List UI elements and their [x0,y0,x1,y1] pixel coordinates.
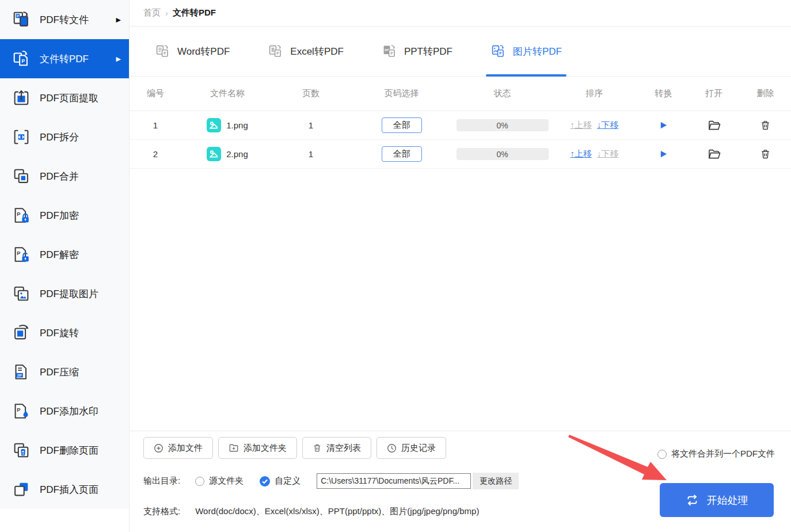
page-select-button[interactable]: 全部 [382,146,422,162]
row-pages: 1 [273,120,348,130]
table-row: 1 1.png 1 全部 0% ↑上移 ↓下移 [130,111,791,140]
submenu-caret-icon: ▶ [116,55,121,63]
progress-bar: 0% [457,148,549,160]
conversion-tabs: P Word转PDF P Excel转PDF [130,26,791,77]
clear-list-button[interactable]: 清空列表 [302,437,371,459]
history-button[interactable]: 历史记录 [377,437,446,459]
output-path-input[interactable] [317,473,471,489]
add-folder-label: 添加文件夹 [244,443,287,454]
pdf-compress-icon: ZIP [12,362,31,382]
pdf-delete-page-icon [12,440,31,460]
sidebar-item-delete-page[interactable]: PDF删除页面 [0,431,129,470]
sidebar: P PDF转文件 ▶ P 文件转PDF ▶ [0,0,130,532]
sidebar-item-label: PDF压缩 [40,366,79,379]
app-window: P PDF转文件 ▶ P 文件转PDF ▶ [0,0,791,532]
folder-plus-icon [229,443,239,453]
table-header: 编号 文件名称 页数 页码选择 状态 排序 转换 打开 删除 [130,77,791,111]
add-file-button[interactable]: 添加文件 [143,437,213,459]
folder-icon [708,119,721,131]
pdf-extract-image-icon [12,284,31,303]
start-processing-label: 开始处理 [707,493,748,507]
move-down-link: ↓下移 [597,149,619,159]
svg-text:P: P [276,51,279,55]
add-file-label: 添加文件 [168,443,203,454]
sidebar-item-label: PDF添加水印 [40,405,98,418]
sidebar-item-watermark[interactable]: P PDF添加水印 [0,392,129,431]
source-folder-radio[interactable] [195,477,204,486]
formats-value: Word(doc/docx)、Excel(xls/xlsx)、PPT(ppt/p… [195,506,479,517]
supported-formats-row: 支持格式: Word(doc/docx)、Excel(xls/xlsx)、PPT… [143,506,479,517]
sidebar-item-label: PDF插入页面 [40,483,98,496]
sidebar-item-label: PDF页面提取 [40,92,98,105]
svg-text:P: P [499,51,501,55]
sidebar-item-decrypt[interactable]: P PDF解密 [0,235,129,274]
sidebar-item-encrypt[interactable]: P PDF加密 [0,196,129,235]
convert-button[interactable] [639,121,688,130]
trash-icon [760,149,771,159]
start-processing-button[interactable]: 开始处理 [660,483,774,517]
output-dir-label: 输出目录: [143,476,180,487]
bottom-panel: 添加文件 添加文件夹 清空列表 [130,431,791,532]
row-file: 2.png [181,147,273,161]
open-folder-button[interactable] [688,119,740,131]
open-folder-button[interactable] [688,148,740,160]
row-index: 1 [130,120,181,130]
move-down-link[interactable]: ↓下移 [597,120,619,131]
tab-ppt-to-pdf[interactable]: ppt P PPT转PDF [382,26,452,76]
sidebar-item-label: PDF加密 [40,209,79,222]
breadcrumb-home[interactable]: 首页 [143,7,161,18]
tab-label: 图片转PDF [513,45,562,58]
tab-label: Word转PDF [177,45,230,58]
pdf-encrypt-icon: P [12,206,31,225]
breadcrumb-current: 文件转PDF [173,7,216,18]
delete-row-button[interactable] [740,149,791,159]
sidebar-item-merge[interactable]: PDF合并 [0,157,129,196]
main-content: 首页 › 文件转PDF P Word转PDF [130,0,791,532]
tab-label: PPT转PDF [404,45,452,58]
sidebar-item-split[interactable]: PDF拆分 [0,117,129,157]
tab-word-to-pdf[interactable]: P Word转PDF [155,26,230,76]
sidebar-item-page-extract[interactable]: PDF页面提取 [0,78,129,117]
svg-text:ZIP: ZIP [17,374,22,377]
move-up-link[interactable]: ↑上移 [571,149,592,159]
delete-row-button[interactable] [740,120,791,131]
sidebar-item-label: 文件转PDF [40,52,89,66]
svg-text:P: P [17,211,20,217]
convert-button[interactable] [639,150,688,158]
change-path-button[interactable]: 更改路径 [473,473,519,489]
col-header-convert: 转换 [639,88,688,99]
trash-icon [760,120,771,131]
trash-icon [313,443,322,453]
svg-text:P: P [390,51,393,55]
col-header-index: 编号 [130,88,181,99]
merge-radio[interactable] [657,450,667,459]
sidebar-item-label: PDF合并 [40,170,79,183]
pdf-watermark-icon: P [12,401,31,421]
sidebar-item-pdf-to-file[interactable]: P PDF转文件 ▶ [0,0,129,39]
tab-excel-to-pdf[interactable]: P Excel转PDF [268,26,344,76]
play-icon [659,150,668,158]
sidebar-item-file-to-pdf[interactable]: P 文件转PDF ▶ [0,39,129,78]
image-doc-icon: P [490,44,506,59]
custom-radio-checked[interactable] [260,476,270,487]
svg-text:P: P [17,14,19,18]
row-index: 2 [130,149,181,159]
sidebar-item-extract-image[interactable]: PDF提取图片 [0,274,129,313]
row-filename: 2.png [226,149,248,159]
sidebar-item-insert-page[interactable]: PDF插入页面 [0,470,129,509]
merge-label: 将文件合并到一个PDF文件 [671,449,775,459]
list-actions: 添加文件 添加文件夹 清空列表 [143,437,446,459]
col-header-delete: 删除 [740,88,791,99]
circle-plus-icon [154,443,163,453]
svg-text:P: P [17,250,20,256]
page-select-button[interactable]: 全部 [382,117,422,133]
col-header-status: 状态 [455,88,550,99]
sidebar-item-rotate[interactable]: PDF旋转 [0,313,129,352]
add-folder-button[interactable]: 添加文件夹 [218,437,297,459]
history-label: 历史记录 [401,443,436,454]
tab-image-to-pdf[interactable]: P 图片转PDF [490,26,562,76]
breadcrumb: 首页 › 文件转PDF [130,0,791,26]
sidebar-item-compress[interactable]: ZIP PDF压缩 [0,352,129,392]
col-header-page-select: 页码选择 [348,88,455,99]
folder-icon [708,148,721,160]
